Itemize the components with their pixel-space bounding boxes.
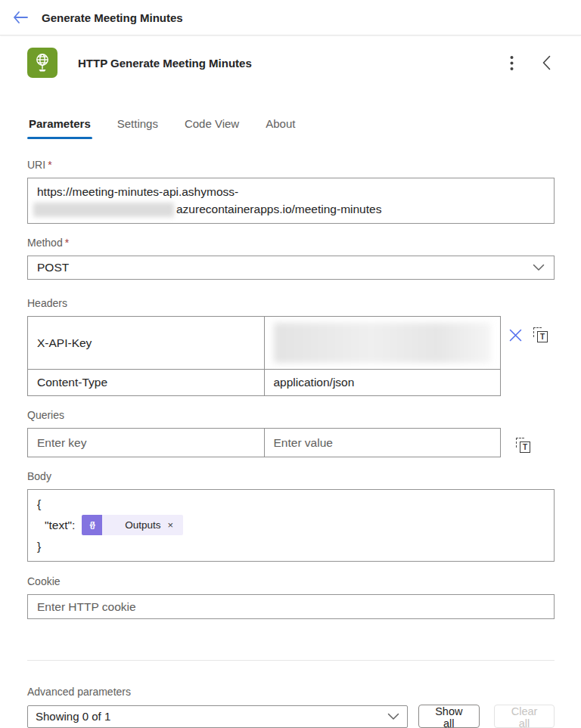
tab-parameters[interactable]: Parameters	[27, 116, 92, 139]
section-divider	[27, 660, 555, 661]
tab-code-view[interactable]: Code View	[183, 116, 241, 139]
chevron-left-icon	[542, 55, 551, 70]
header-value-cell[interactable]	[264, 317, 501, 370]
body-json-key: "text":	[45, 516, 75, 534]
parameters-form: URI* https://meeting-minutes-api.ashymos…	[0, 159, 581, 728]
header-row-x-api-key: X-API-Key	[28, 317, 501, 370]
cookie-label: Cookie	[27, 575, 555, 587]
tab-about[interactable]: About	[264, 116, 297, 139]
query-row	[28, 429, 501, 457]
headers-table: X-API-Key Content-Type application/json	[27, 316, 501, 396]
queries-text-mode-toggle[interactable]: T	[514, 436, 532, 454]
queries-table	[27, 428, 501, 457]
header-key-cell[interactable]: X-API-Key	[28, 317, 265, 370]
tab-bar: Parameters Settings Code View About	[0, 116, 581, 139]
back-arrow-icon	[12, 11, 29, 24]
kebab-menu-icon	[510, 55, 514, 71]
cookie-input[interactable]	[27, 594, 555, 619]
http-connector-badge	[27, 48, 57, 78]
header-key-cell[interactable]: Content-Type	[28, 370, 265, 396]
collapse-panel-button[interactable]	[534, 51, 558, 75]
body-open-brace: {	[37, 495, 545, 513]
advanced-parameters-label: Advanced parameters	[27, 686, 555, 698]
uri-value-line1: https://meeting-minutes-api.ashymoss-	[33, 183, 545, 200]
uri-value-line2: azurecontainerapps.io/meeting-minutes	[33, 200, 545, 218]
required-asterisk: *	[48, 159, 51, 171]
method-label: Method*	[27, 237, 555, 249]
clear-all-button[interactable]: Clear all	[494, 705, 555, 728]
dynamic-content-token[interactable]: {⁄} Outputs ×	[82, 515, 183, 535]
redacted-uri-segment	[33, 203, 174, 217]
flow-title: Generate Meeting Minutes	[42, 11, 183, 24]
action-header: HTTP Generate Meeting Minutes	[0, 36, 581, 78]
uri-label: URI*	[27, 159, 555, 171]
method-value: POST	[37, 261, 69, 274]
switch-to-text-mode-icon: T	[516, 438, 530, 453]
chevron-down-icon	[387, 713, 399, 720]
body-close-brace: }	[37, 537, 545, 556]
headers-label: Headers	[27, 297, 555, 309]
expression-token-icon: {⁄}	[82, 515, 102, 535]
query-key-cell	[28, 429, 265, 457]
token-label: Outputs	[125, 516, 160, 534]
header-value-cell[interactable]: application/json	[264, 370, 501, 396]
tab-settings[interactable]: Settings	[116, 116, 160, 139]
top-bar: Generate Meeting Minutes	[0, 0, 581, 36]
queries-label: Queries	[27, 409, 555, 421]
body-input[interactable]: { "text": {⁄} Outputs × }	[27, 489, 555, 562]
switch-to-text-mode-icon: T	[533, 327, 548, 342]
uri-input[interactable]: https://meeting-minutes-api.ashymoss- az…	[27, 178, 555, 224]
query-value-input[interactable]	[274, 436, 492, 450]
delete-header-row-button[interactable]	[508, 327, 524, 343]
header-row-content-type: Content-Type application/json	[28, 370, 501, 396]
headers-text-mode-toggle[interactable]: T	[532, 326, 549, 344]
body-label: Body	[27, 470, 555, 482]
back-button[interactable]	[8, 6, 33, 29]
advanced-parameters-dropdown[interactable]: Showing 0 of 1	[27, 705, 408, 728]
advanced-dropdown-value: Showing 0 of 1	[36, 710, 110, 723]
show-all-button[interactable]: Show all	[418, 705, 480, 728]
method-dropdown[interactable]: POST	[27, 256, 555, 280]
remove-token-icon[interactable]: ×	[168, 516, 174, 534]
redacted-api-key-value	[274, 323, 492, 363]
required-asterisk: *	[65, 237, 69, 249]
action-menu-button[interactable]	[499, 51, 524, 75]
chevron-down-icon	[533, 264, 545, 271]
http-globe-icon	[33, 52, 51, 73]
query-value-cell	[264, 429, 501, 457]
delete-x-icon	[509, 329, 522, 342]
action-title: HTTP Generate Meeting Minutes	[78, 57, 252, 70]
query-key-input[interactable]	[37, 436, 255, 450]
